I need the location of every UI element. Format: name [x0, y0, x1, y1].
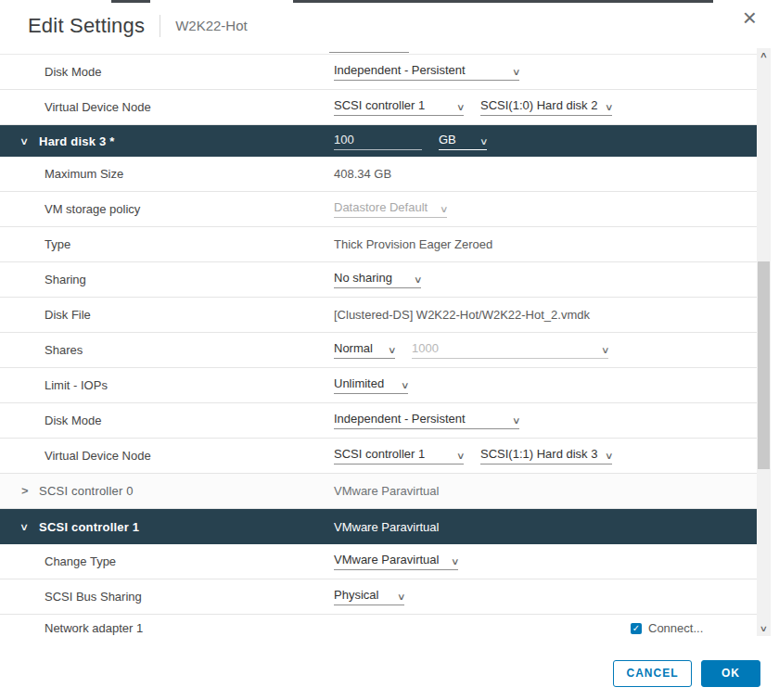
row-label: Network adapter 1 [45, 621, 143, 635]
row-label: Maximum Size [45, 167, 334, 181]
scroll-down-icon[interactable]: ∨ [757, 621, 771, 636]
select-no-sharing[interactable]: No sharing∨ [334, 271, 421, 288]
static-value: [Clustered-DS] W2K22-Hot/W2K22-Hot_2.vmd… [334, 308, 590, 322]
settings-row-vm-storage-policy: VM storage policyDatastore Default∨ [0, 192, 757, 227]
section-row-scsi-controller-0[interactable]: ∨SCSI controller 0VMware Paravirtual [0, 474, 757, 509]
select-scsi-controller-1[interactable]: SCSI controller 1∨ [334, 98, 464, 116]
dialog-title: Edit Settings [28, 14, 145, 38]
cut-input-underline [329, 52, 409, 53]
select-value: Physical [334, 588, 378, 602]
select-datastore-default[interactable]: Datastore Default∨ [334, 200, 447, 218]
text-input[interactable]: 100 [334, 133, 422, 150]
chevron-down-icon: ∨ [451, 557, 460, 566]
row-label: Disk Mode [45, 65, 334, 79]
settings-row-virtual-device-node: Virtual Device NodeSCSI controller 1∨SCS… [0, 439, 757, 474]
chevron-down-icon: ∨ [397, 592, 406, 602]
select-value: No sharing [334, 271, 392, 285]
row-cut-off [0, 48, 757, 55]
row-controls: Unlimited∨ [334, 376, 408, 394]
settings-row-shares: SharesNormal∨1000∨ [0, 333, 757, 368]
settings-row-sharing: SharingNo sharing∨ [0, 262, 757, 298]
row-controls: Normal∨1000∨ [334, 341, 608, 359]
row-label: Disk Mode [45, 414, 334, 427]
static-value: 408.34 GB [334, 167, 391, 181]
section-row-scsi-controller-1[interactable]: ∨SCSI controller 1VMware Paravirtual [0, 509, 757, 544]
row-controls: 100GB∨ [334, 133, 487, 150]
select-gb[interactable]: GB∨ [439, 133, 487, 150]
chevron-down-icon: ∨ [605, 103, 614, 112]
ok-button[interactable]: OK [701, 660, 760, 687]
select-value: Independent - Persistent [334, 63, 466, 77]
checkbox-checked[interactable]: ✓ [631, 623, 642, 634]
select-vmware-paravirtual[interactable]: VMware Paravirtual∨ [334, 553, 458, 570]
settings-row-disk-mode: Disk ModeIndependent - Persistent∨ [0, 403, 757, 439]
chevron-right-icon[interactable]: ∨ [19, 486, 31, 495]
chevron-down-icon[interactable]: ∨ [19, 521, 29, 533]
vertical-scrollbar[interactable]: ∨ ∨ [757, 48, 771, 636]
select-value: Datastore Default [334, 200, 428, 214]
combo-input[interactable]: 1000∨ [412, 341, 608, 359]
settings-row-scsi-bus-sharing: SCSI Bus SharingPhysical∨ [0, 579, 757, 615]
settings-row-maximum-size: Maximum Size408.34 GB [0, 157, 757, 192]
section-label: Hard disk 3 * [39, 134, 114, 148]
select-independent-persistent[interactable]: Independent - Persistent∨ [334, 63, 519, 81]
row-controls: No sharing∨ [334, 271, 421, 288]
row-label: Change Type [45, 554, 334, 568]
row-controls: SCSI controller 1∨SCSI(1:0) Hard disk 2∨ [334, 98, 612, 116]
chevron-down-icon: ∨ [456, 103, 466, 112]
row-controls: Independent - Persistent∨ [334, 63, 519, 81]
select-physical[interactable]: Physical∨ [334, 588, 404, 605]
settings-scroll-area: Disk ModeIndependent - Persistent∨Virtua… [0, 48, 757, 636]
settings-row-limit-iops: Limit - IOPsUnlimited∨ [0, 368, 757, 403]
section-value: VMware Paravirtual [334, 520, 439, 534]
select-independent-persistent[interactable]: Independent - Persistent∨ [334, 412, 519, 429]
select-scsi-1-0-hard-disk-2[interactable]: SCSI(1:0) Hard disk 2∨ [480, 98, 612, 116]
scroll-up-icon[interactable]: ∨ [757, 48, 771, 63]
row-controls: Thick Provision Eager Zeroed [334, 237, 492, 251]
cancel-button[interactable]: CANCEL [613, 660, 692, 687]
settings-row-cut-off: Network adapter 1✓Connect... [0, 615, 757, 636]
select-value: SCSI(1:1) Hard disk 3 [480, 447, 597, 461]
vm-name: W2K22-Hot [175, 18, 248, 33]
row-controls: SCSI controller 1∨SCSI(1:1) Hard disk 3∨ [334, 447, 612, 465]
chevron-down-icon: ∨ [601, 346, 610, 355]
row-controls: Datastore Default∨ [334, 200, 447, 218]
scrollbar-thumb[interactable] [758, 261, 770, 469]
row-label: Shares [45, 343, 334, 357]
settings-row-type: TypeThick Provision Eager Zeroed [0, 227, 757, 262]
title-divider [160, 15, 160, 37]
combo-value: 1000 [412, 341, 439, 355]
chevron-down-icon: ∨ [388, 346, 397, 355]
select-value: GB [439, 133, 456, 146]
section-header: ∨SCSI controller 1 [20, 520, 334, 534]
select-normal[interactable]: Normal∨ [334, 341, 395, 359]
section-value: VMware Paravirtual [334, 484, 439, 498]
select-scsi-controller-1[interactable]: SCSI controller 1∨ [334, 447, 464, 465]
select-value: SCSI controller 1 [334, 447, 425, 461]
select-value: VMware Paravirtual [334, 553, 439, 566]
select-unlimited[interactable]: Unlimited∨ [334, 376, 408, 394]
section-row-hard-disk-3[interactable]: ∨Hard disk 3 *100GB∨ [0, 125, 757, 157]
chevron-down-icon: ∨ [605, 452, 614, 461]
row-label: Sharing [45, 273, 334, 286]
dialog-footer: CANCEL OK [0, 636, 779, 700]
settings-row-disk-mode: Disk ModeIndependent - Persistent∨ [0, 55, 757, 90]
row-label: Virtual Device Node [45, 100, 334, 114]
row-label: SCSI Bus Sharing [45, 590, 334, 604]
select-value: Unlimited [334, 376, 384, 390]
checkbox-label: Connect... [648, 621, 703, 635]
settings-rows: Disk ModeIndependent - Persistent∨Virtua… [0, 48, 757, 636]
chevron-down-icon: ∨ [456, 452, 466, 461]
select-scsi-1-1-hard-disk-3[interactable]: SCSI(1:1) Hard disk 3∨ [480, 447, 612, 465]
settings-row-virtual-device-node: Virtual Device NodeSCSI controller 1∨SCS… [0, 90, 757, 125]
chevron-down-icon: ∨ [479, 137, 489, 146]
close-icon[interactable]: × [743, 6, 757, 30]
select-value: Independent - Persistent [334, 412, 466, 426]
row-label: Type [45, 237, 334, 251]
row-controls: VMware Paravirtual∨ [334, 553, 458, 570]
section-label: SCSI controller 0 [39, 484, 134, 498]
chevron-down-icon: ∨ [440, 205, 449, 214]
row-controls: Independent - Persistent∨ [334, 412, 519, 429]
chevron-down-icon[interactable]: ∨ [19, 135, 29, 147]
dialog-header: Edit Settings W2K22-Hot [0, 3, 779, 48]
